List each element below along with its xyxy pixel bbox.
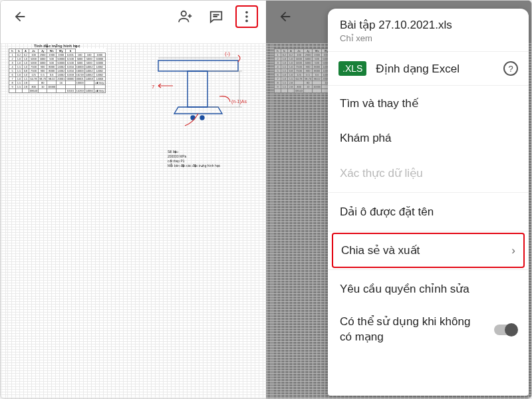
chevron-right-icon: › (511, 244, 515, 257)
arrow-left-icon (278, 9, 293, 24)
person-add-icon (178, 9, 193, 24)
more-menu-button[interactable] (235, 5, 258, 28)
svg-point-6 (200, 116, 204, 120)
share-person-button[interactable] (174, 5, 197, 28)
menu-item-explore[interactable]: Khám phá (328, 121, 529, 156)
sheet-title: Tính đặc trưng hình học (34, 43, 80, 48)
arrow-left-icon (13, 9, 27, 24)
menu-item-label: Tìm và thay thế (340, 96, 418, 110)
comments-button[interactable] (205, 5, 227, 28)
pane-left: Tính đặc trưng hình học hbAJxJyWxWyIt10.… (1, 1, 266, 398)
spreadsheet-preview[interactable]: Tính đặc trưng hình học hbAJxJyWxWyIt10.… (1, 43, 266, 398)
data-table: hbAJxJyWxWyIt10.20.21002900190019000.001… (9, 49, 106, 93)
beam-section-drawing: (-) (n-1)As 7 (146, 49, 253, 135)
svg-rect-4 (188, 71, 207, 107)
menu-item-label: Xác thực dữ liệu (340, 166, 423, 180)
menu-item-label: Khám phá (340, 132, 392, 145)
svg-rect-3 (158, 61, 238, 71)
back-button[interactable] (9, 5, 31, 28)
xls-badge: .XLS (338, 61, 366, 76)
menu-item-share-export[interactable]: Chia sẻ và xuất› (332, 233, 525, 268)
more-vert-icon (239, 9, 254, 24)
comment-icon (209, 9, 223, 24)
annotation-top: (-) (225, 51, 230, 57)
toolbar-left (1, 1, 266, 33)
overflow-menu-panel: Bài tập 27.10.2021.xls Chỉ xem .XLS Định… (328, 9, 529, 396)
drawing-caption: Số liệu200000 MPacốt thép P1Mỗi bên đặt … (168, 150, 247, 168)
format-row[interactable]: .XLS Định dạng Excel ? (328, 52, 529, 86)
menu-item-request-edit[interactable]: Yêu cầu quyền chỉnh sửa (328, 271, 529, 307)
annotation-arrow: 7 (152, 84, 155, 90)
help-icon[interactable]: ? (503, 61, 518, 76)
view-mode-label: Chỉ xem (340, 33, 517, 43)
menu-item-find-replace[interactable]: Tìm và thay thế (328, 86, 529, 121)
menu-item-label: Chia sẻ và xuất (341, 243, 420, 257)
menu-item-label: Dải ô được đặt tên (340, 205, 434, 219)
menu-item-named-ranges[interactable]: Dải ô được đặt tên (328, 194, 529, 229)
format-label: Định dạng Excel (376, 62, 494, 76)
svg-point-1 (245, 15, 248, 18)
menu-item-data-validation: Xác thực dữ liệu (328, 156, 529, 191)
file-name: Bài tập 27.10.2021.xls (340, 18, 517, 32)
toggle-switch[interactable] (494, 325, 517, 335)
tutorial-frame: Tính đặc trưng hình học hbAJxJyWxWyIt10.… (0, 0, 532, 399)
back-button-dimmed (274, 5, 297, 28)
offline-toggle-label: Có thể sử dụng khi không có mạng (340, 315, 485, 345)
pane-right: hbAJxJyWxWyIt10.20.21002900190019000.001… (266, 1, 531, 398)
svg-point-2 (245, 20, 248, 23)
offline-toggle-row[interactable]: Có thể sử dụng khi không có mạng (328, 307, 529, 356)
menu-item-label: Yêu cầu quyền chỉnh sửa (340, 282, 469, 296)
menu-header: Bài tập 27.10.2021.xls Chỉ xem (328, 9, 529, 52)
svg-point-0 (245, 11, 248, 14)
